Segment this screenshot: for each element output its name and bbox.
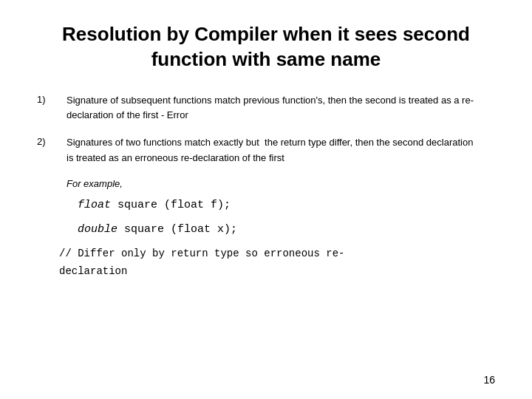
comment-block: // Differ only by return type so erroneo… <box>59 245 495 281</box>
code-rest-2: square (float x); <box>117 223 237 236</box>
code-rest-1: square (float f); <box>111 199 231 211</box>
list-number-1: 1) <box>37 93 66 105</box>
code-keyword-2: double <box>78 223 117 236</box>
list-item-1: 1) Signature of subsequent functions mat… <box>37 93 495 124</box>
title-line1: Resolution by Compiler when it sees seco… <box>62 23 470 45</box>
slide-container: Resolution by Compiler when it sees seco… <box>0 0 532 399</box>
comment-line-1: // Differ only by return type so erroneo… <box>59 245 495 263</box>
comment-line-2: declaration <box>59 263 495 281</box>
list-text-2: Signatures of two functions match exactl… <box>66 135 495 166</box>
page-number: 16 <box>483 374 495 386</box>
list-text-1: Signature of subsequent functions match … <box>66 93 495 124</box>
list-item-2: 2) Signatures of two functions match exa… <box>37 135 495 166</box>
code-keyword-1: float <box>78 199 111 211</box>
for-example-label: For example, <box>66 178 495 189</box>
title-line2: function with same name <box>151 48 381 70</box>
slide-title: Resolution by Compiler when it sees seco… <box>37 22 495 72</box>
content-area: 1) Signature of subsequent functions mat… <box>37 93 495 281</box>
code-line-1: float square (float f); <box>78 195 495 215</box>
list-number-2: 2) <box>37 135 66 147</box>
code-line-2: double square (float x); <box>78 219 495 239</box>
for-example-text: For example, <box>66 178 123 189</box>
